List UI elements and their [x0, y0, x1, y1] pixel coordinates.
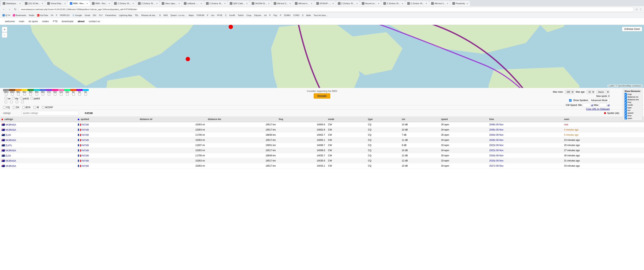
show-el-map-cb[interactable] [624, 93, 627, 95]
show-el-distkm-cb[interactable] [624, 98, 627, 101]
show-el-freq-cb[interactable] [624, 101, 627, 104]
bookmark-d[interactable]: D [158, 14, 162, 17]
nav-contact[interactable]: contact us [87, 19, 102, 24]
filter-ncdxf-cb[interactable] [42, 106, 44, 109]
back-button[interactable]: ‹ [2, 7, 6, 12]
spotter-callsign-input[interactable] [22, 111, 79, 116]
cw-all2-link[interactable]: all [608, 104, 610, 106]
callsign-link-7[interactable]: VK3RASA [5, 160, 16, 162]
bookmark-maps[interactable]: Maps [188, 14, 195, 17]
bookmark-p2[interactable]: P [268, 14, 272, 17]
browser-tab-t8[interactable]: Sites Japo...✕ [160, 1, 182, 6]
browser-tab-t14[interactable]: AM-test ri...✕ [293, 1, 314, 6]
table-row[interactable]: 🇳🇿 ZL3X 🇫🇷 F4TXR 11706 mi 18839 km 14035… [0, 153, 644, 158]
band-cb-17m[interactable] [48, 93, 50, 96]
bookmark-lightning[interactable]: Lightning Map [118, 14, 133, 17]
band-cb-160m[interactable] [11, 93, 14, 96]
nav-main[interactable]: main [17, 19, 26, 24]
browser-tab-t20[interactable]: AM-test 3...✕ [429, 1, 450, 6]
callsign-link-2[interactable]: ZL3X [5, 134, 11, 136]
star-icon[interactable]: ☆ [635, 8, 638, 11]
bookmark-p[interactable]: P [206, 14, 209, 17]
nav-downloads[interactable]: downloads [60, 19, 75, 24]
spotted-link-8[interactable]: F4TXR [82, 165, 89, 168]
table-row[interactable]: 🇦🇺 VK3RASA 🇫🇷 F4TXR 10263 mi 16517 km 14… [0, 148, 644, 153]
browser-tab-t4[interactable]: RBN - Rev...✕ [68, 1, 90, 6]
filter-bcn-cb[interactable] [22, 106, 25, 109]
band-cb-6m[interactable] [72, 93, 75, 96]
spotted-link-3[interactable]: F4TXR [82, 139, 89, 142]
bookmark-qwant[interactable]: Qwant - Le mo... [170, 14, 187, 17]
bookmark-ffve[interactable]: FFVE [216, 14, 224, 17]
th-distance-km[interactable]: distance km [206, 117, 277, 122]
nav-about[interactable]: about [76, 19, 86, 24]
bookmark-google[interactable]: GGoogle [71, 14, 83, 17]
table-row[interactable]: 🇳🇿 ZL4YL 🇫🇷 F4TXR 11837 mi 19051 km 1400… [0, 143, 644, 148]
browser-tab-t1[interactable]: Statistique...✕ [1, 1, 23, 6]
browser-tab-t6[interactable]: Z Zimbra: Ri...✕ [112, 1, 136, 6]
show-el-type-cb[interactable] [624, 106, 627, 109]
advanced-mode-button[interactable]: Advanced Mode [589, 98, 610, 102]
spotted-link-6[interactable]: F4TXR [82, 154, 89, 157]
browser-tab-t9[interactable]: softbank - ...✕ [182, 1, 204, 6]
extra-cb3[interactable] [16, 101, 18, 103]
table-row[interactable]: 🇦🇺 VK3RASA 🇫🇷 F4TXR 10263 mi 16517 km 14… [0, 158, 644, 164]
bookmark-chi[interactable]: chi [263, 14, 268, 17]
bookmark-parametres[interactable]: Paramètres [104, 14, 117, 17]
bookmark-f4[interactable]: F4 [50, 14, 54, 17]
bookmark-bookmarks[interactable]: Bookmarks [12, 14, 27, 17]
table-row[interactable]: 🇦🇺 VK3RASA 🇫🇷 F4TXR 10263 mi 16517 km 14… [0, 138, 644, 143]
map-container[interactable]: + - Leaflet | © OpenStreetMap contributo… [0, 25, 644, 88]
browser-tab-t13[interactable]: AM-test 3...✕ [272, 1, 293, 6]
browser-tab-t11[interactable]: QRZ Calls...✕ [228, 1, 250, 6]
th-mode[interactable]: mode [326, 117, 366, 122]
bookmark-reseau[interactable]: Réseau de bal... [140, 14, 158, 17]
band-cb-40m[interactable] [30, 93, 32, 96]
band-cb-10m[interactable] [66, 93, 68, 96]
bookmark-p3[interactable]: P [279, 14, 282, 17]
filter-b-cb[interactable] [34, 106, 36, 109]
show-el-distmi-cb[interactable] [624, 96, 627, 98]
callsign-link-3[interactable]: VK3RASA [5, 139, 16, 142]
th-callsign[interactable]: callsign [0, 117, 76, 122]
band-cb-30m[interactable] [36, 93, 38, 96]
max-rows-select[interactable]: 100 50 200 [565, 90, 574, 94]
callsign-link-8[interactable]: VK3RASA [5, 165, 16, 168]
band-cb-4m[interactable] [78, 93, 81, 96]
nav-welcome[interactable]: welcome [3, 19, 17, 24]
extra-cb4[interactable] [21, 101, 24, 103]
browser-tab-t19[interactable]: Z Zimbra: Ri...✕ [405, 1, 429, 6]
browser-tab-t16[interactable]: Z Zimbra: Ri...✕ [336, 1, 360, 6]
bookmark-bbbb[interactable]: bbbb [305, 14, 312, 17]
browser-tab-t18[interactable]: Z Zimbra: Ri...✕ [382, 1, 405, 6]
band-cb-80m[interactable] [17, 93, 20, 96]
table-row[interactable]: 🇦🇺 VK3RASA 🇫🇷 F4TXR 10263 mi 16517 km 14… [0, 122, 644, 127]
callsign-link-1[interactable]: VK3RASA [5, 128, 16, 131]
bookmark-c[interactable]: C [224, 14, 228, 17]
callsign-link-5[interactable]: VK3RASA [5, 149, 16, 152]
bookmark-iz-f4[interactable]: iZ F4 [2, 14, 11, 17]
bookmark-fly[interactable]: FLY [98, 14, 104, 17]
bookmark-odysee[interactable]: Odysee [253, 14, 262, 17]
table-row[interactable]: 🇦🇺 VK3RASA 🇫🇷 F4TXR 10263 mi 16517 km 14… [0, 127, 644, 132]
mode-psk31-cb[interactable] [20, 97, 22, 99]
bookmark-youtube[interactable]: ▶YouTube [36, 14, 49, 17]
bookmark-coup[interactable]: Coup [245, 14, 252, 17]
spotted-link-4[interactable]: F4TXR [82, 144, 89, 147]
bookmark-all-favorites[interactable]: Tous les favo... [313, 14, 328, 17]
menu-icon[interactable]: ⋮ [639, 8, 642, 11]
bookmark-imx40[interactable]: Imx40 [228, 14, 236, 17]
browser-tab-t17[interactable]: Nouvel on...✕ [360, 1, 382, 6]
reload-button[interactable]: ↻ [13, 7, 18, 12]
callsign-link-0[interactable]: VK3RASA [5, 124, 16, 126]
cw-max-input[interactable] [599, 103, 607, 107]
th-speed[interactable]: speed [440, 117, 488, 122]
band-cb-630m[interactable] [5, 93, 8, 96]
max-age-unit-select[interactable]: Hours Minutes [596, 90, 610, 94]
max-age-value-select[interactable]: 10 5 24 [587, 90, 595, 94]
spotted-link-2[interactable]: F4TXR [82, 134, 89, 136]
filter-cq-cb[interactable] [3, 106, 6, 109]
table-row[interactable]: 🇦🇺 VK3RASA 🇫🇷 F4TXR 10263 mi 16517 km 14… [0, 164, 644, 168]
extra-cb2[interactable] [10, 101, 12, 103]
forward-button[interactable]: › [7, 7, 12, 12]
